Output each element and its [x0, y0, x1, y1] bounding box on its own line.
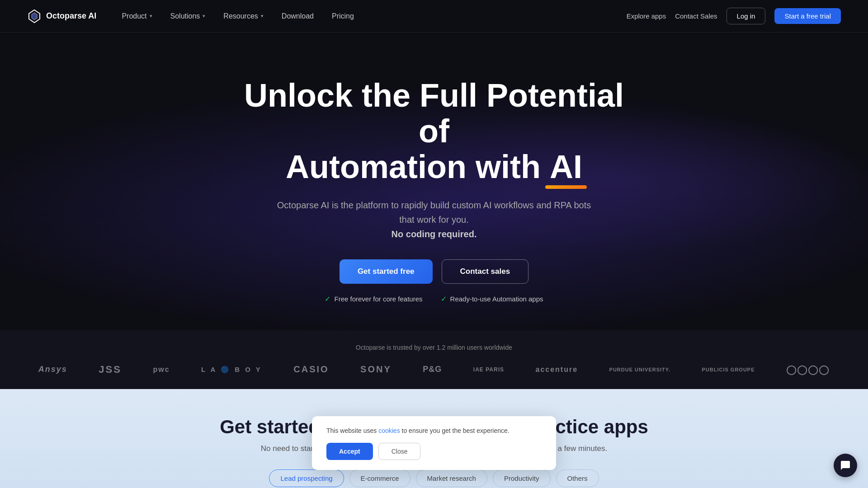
tab-lead-prospecting[interactable]: Lead prospecting: [269, 469, 344, 487]
svg-marker-1: [32, 13, 37, 20]
nav-product[interactable]: Product ▾: [114, 9, 159, 24]
tab-market-research[interactable]: Market research: [416, 469, 487, 487]
ai-underline: [545, 185, 587, 189]
cookie-box: This website uses cookies to ensure you …: [312, 416, 556, 470]
logo-icon: [27, 9, 42, 23]
logo[interactable]: Octoparse AI: [27, 9, 96, 23]
navbar: Octoparse AI Product ▾ Solutions ▾ Resou…: [0, 0, 868, 33]
explore-apps-link[interactable]: Explore apps: [627, 12, 666, 20]
contact-sales-link[interactable]: Contact Sales: [675, 12, 717, 20]
hero-ai-word: AI: [550, 149, 582, 185]
hero-checks: ✓ Free forever for core features ✓ Ready…: [325, 295, 543, 303]
logo-sony: SONY: [360, 364, 392, 375]
nav-solutions[interactable]: Solutions ▾: [163, 9, 213, 24]
hero-section: Unlock the Full Potential of Automation …: [0, 33, 868, 330]
cookies-link[interactable]: cookies: [378, 427, 400, 434]
get-started-button[interactable]: Get started free: [340, 259, 433, 284]
tab-ecommerce[interactable]: E-commerce: [349, 469, 410, 487]
logo-jss: JSS: [99, 364, 122, 375]
start-trial-button[interactable]: Start a free trial: [774, 8, 841, 24]
logo-casio: CASIO: [293, 364, 329, 375]
nav-resources[interactable]: Resources ▾: [216, 9, 270, 24]
logo-ansys: Ansys: [38, 365, 67, 374]
check-icon-1: ✓: [325, 295, 330, 303]
check-item-2: ✓ Ready-to-use Automation apps: [441, 295, 543, 303]
logo-pg: P&G: [423, 365, 442, 374]
cookie-buttons: Accept Close: [326, 443, 542, 460]
logo-pwc: pwc: [153, 366, 170, 374]
brand-name: Octoparse AI: [46, 11, 96, 21]
chevron-down-icon: ▾: [261, 13, 264, 19]
nav-right: Explore apps Contact Sales Log in Start …: [627, 8, 841, 24]
cookie-text: This website uses cookies to ensure you …: [326, 426, 542, 436]
login-button[interactable]: Log in: [726, 8, 766, 24]
logo-laboy: L A 🔵 B O Y: [201, 366, 262, 374]
chevron-down-icon: ▾: [150, 13, 152, 19]
apps-tabs: Lead prospecting E-commerce Market resea…: [27, 469, 841, 487]
logo-publicis: PUBLICIS GROUPE: [702, 367, 755, 372]
logo-accenture: accenture: [535, 366, 578, 374]
trust-banner: Octoparse is trusted by over 1.2 million…: [0, 330, 868, 389]
hero-subtext: Octoparse AI is the platform to rapidly …: [276, 198, 592, 241]
logo-audi: ◯◯◯◯: [786, 364, 830, 375]
chat-button[interactable]: [834, 454, 857, 477]
nav-download[interactable]: Download: [274, 9, 321, 24]
contact-sales-button[interactable]: Contact sales: [442, 259, 529, 284]
nav-left: Octoparse AI Product ▾ Solutions ▾ Resou…: [27, 9, 361, 24]
hero-headline: Unlock the Full Potential of Automation …: [231, 78, 637, 185]
logo-iae: IAE PARIS: [473, 366, 504, 373]
check-icon-2: ✓: [441, 295, 447, 303]
tab-others[interactable]: Others: [556, 469, 599, 487]
check-item-1: ✓ Free forever for core features: [325, 295, 422, 303]
nav-pricing[interactable]: Pricing: [325, 9, 361, 24]
chat-icon: [840, 460, 851, 471]
trust-text: Octoparse is trusted by over 1.2 million…: [27, 344, 841, 351]
tab-productivity[interactable]: Productivity: [493, 469, 551, 487]
logos-row: Ansys JSS pwc L A 🔵 B O Y CASIO SONY P&G…: [27, 364, 841, 375]
hero-buttons: Get started free Contact sales: [340, 259, 528, 284]
cookie-accept-button[interactable]: Accept: [326, 443, 373, 460]
nav-links: Product ▾ Solutions ▾ Resources ▾ Downlo…: [114, 9, 361, 24]
cookie-close-button[interactable]: Close: [378, 443, 421, 460]
logo-purdue: PURDUE UNIVERSITY.: [609, 367, 670, 372]
chevron-down-icon: ▾: [203, 13, 205, 19]
